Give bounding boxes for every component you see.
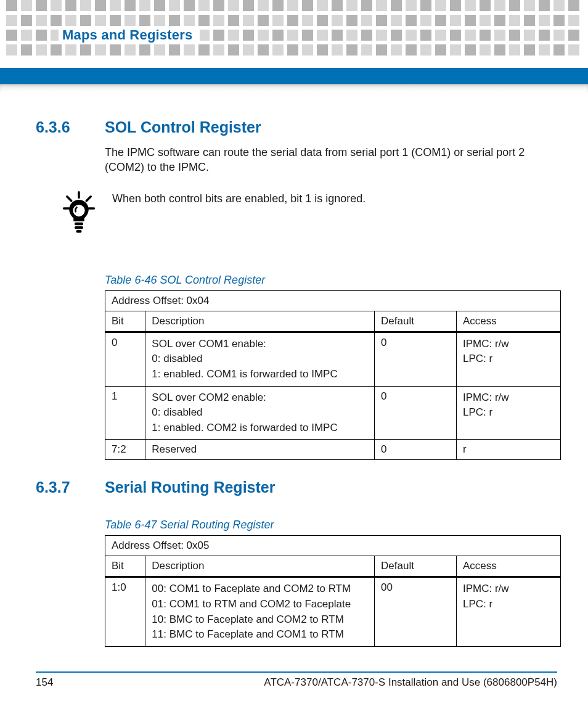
table-646-address: Address Offset: 0x04 bbox=[105, 290, 561, 311]
svg-rect-6 bbox=[75, 222, 83, 224]
cell-def: 0 bbox=[375, 386, 457, 440]
table-row: 1:0 00: COM1 to Faceplate and COM2 to RT… bbox=[105, 577, 561, 647]
blue-divider-bar bbox=[0, 68, 588, 84]
cell-bit: 7:2 bbox=[105, 440, 145, 460]
table-647: Address Offset: 0x05 Bit Description Def… bbox=[105, 535, 561, 647]
section-title-637: Serial Routing Register bbox=[105, 478, 275, 496]
cell-desc: 00: COM1 to Faceplate and COM2 to RTM 01… bbox=[145, 577, 375, 647]
cell-bit: 0 bbox=[105, 332, 145, 386]
svg-rect-8 bbox=[76, 230, 82, 232]
section-number-637: 6.3.7 bbox=[36, 478, 81, 496]
svg-line-2 bbox=[86, 196, 91, 200]
gradient-divider-bar bbox=[0, 84, 588, 92]
cell-desc: SOL over COM2 enable: 0: disabled 1: ena… bbox=[145, 386, 375, 440]
cell-bit: 1:0 bbox=[105, 577, 145, 647]
table-647-col-desc: Description bbox=[145, 556, 375, 577]
table-row: 1 SOL over COM2 enable: 0: disabled 1: e… bbox=[105, 386, 561, 440]
table-row: 0 SOL over COM1 enable: 0: disabled 1: e… bbox=[105, 332, 561, 386]
cell-acc: IPMC: r/w LPC: r bbox=[457, 386, 561, 440]
cell-bit: 1 bbox=[105, 386, 145, 440]
table-647-address: Address Offset: 0x05 bbox=[105, 536, 561, 556]
cell-def: 0 bbox=[375, 440, 457, 460]
section-636-heading: 6.3.6 SOL Control Register bbox=[36, 118, 557, 136]
cell-acc: r bbox=[457, 440, 561, 460]
table-647-col-def: Default bbox=[375, 556, 457, 577]
table-646-caption: Table 6-46 SOL Control Register bbox=[105, 274, 557, 287]
doc-title-footer: ATCA-7370/ATCA-7370-S Installation and U… bbox=[264, 676, 557, 689]
section-637-heading: 6.3.7 Serial Routing Register bbox=[36, 478, 557, 496]
svg-rect-7 bbox=[75, 226, 83, 228]
table-646: Address Offset: 0x04 Bit Description Def… bbox=[105, 290, 561, 461]
section-636-paragraph: The IPMC software can route the serial d… bbox=[105, 145, 557, 175]
decorative-square-pattern: Maps and Registers bbox=[0, 0, 588, 55]
table-646-col-desc: Description bbox=[145, 311, 375, 332]
table-647-col-bit: Bit bbox=[105, 556, 145, 577]
cell-acc: IPMC: r/w LPC: r bbox=[457, 577, 561, 647]
tip-text: When both control bits are enabled, bit … bbox=[112, 191, 365, 206]
svg-line-1 bbox=[67, 196, 71, 200]
page-number: 154 bbox=[36, 676, 53, 689]
table-row: 7:2 Reserved 0 r bbox=[105, 440, 561, 460]
table-646-col-bit: Bit bbox=[105, 311, 145, 332]
section-number-636: 6.3.6 bbox=[36, 118, 81, 136]
section-title-636: SOL Control Register bbox=[105, 118, 261, 136]
table-647-caption: Table 6-47 Serial Routing Register bbox=[105, 519, 557, 532]
cell-desc: Reserved bbox=[145, 440, 375, 460]
page-footer: 154 ATCA-7370/ATCA-7370-S Installation a… bbox=[0, 671, 588, 689]
table-646-col-acc: Access bbox=[457, 311, 561, 332]
chapter-title: Maps and Registers bbox=[59, 26, 200, 44]
cell-def: 00 bbox=[375, 577, 457, 647]
cell-acc: IPMC: r/w LPC: r bbox=[457, 332, 561, 386]
table-647-col-acc: Access bbox=[457, 556, 561, 577]
tip-note: When both control bits are enabled, bit … bbox=[62, 191, 557, 237]
cell-desc: SOL over COM1 enable: 0: disabled 1: ena… bbox=[145, 332, 375, 386]
lightbulb-icon bbox=[62, 191, 96, 237]
cell-def: 0 bbox=[375, 332, 457, 386]
table-646-col-def: Default bbox=[375, 311, 457, 332]
